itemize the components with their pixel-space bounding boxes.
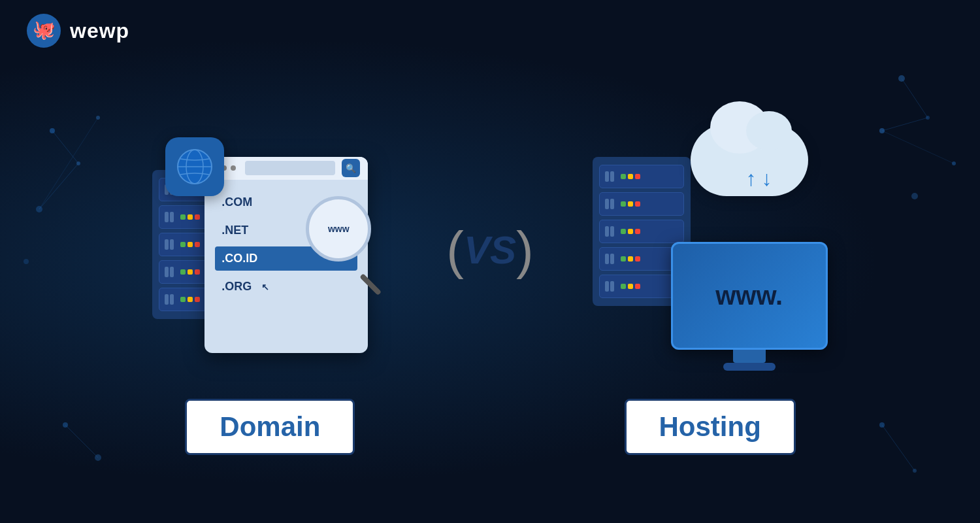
browser-search-bar [245,161,335,175]
monitor-screen: www. [671,242,828,350]
header: 🐙 weWP [0,0,980,62]
monitor-stand [733,350,766,363]
page-content: 🐙 weWP [0,0,980,523]
domain-label: Domain [220,411,320,443]
globe-icon [175,147,214,186]
logo-icon: 🐙 [26,13,62,49]
svg-text:🐙: 🐙 [33,19,56,41]
main-content: 🔍 .COM .NET .CO.ID .ORG ↖ [0,62,980,523]
upload-arrow-icon: ↑ [746,167,757,191]
vs-text: VS [464,231,516,270]
domain-illustration: 🔍 .COM .NET .CO.ID .ORG ↖ [146,118,394,379]
hosting-panel: ↑ ↓ [586,118,834,455]
browser-bar: 🔍 [204,157,368,180]
monitor-base [723,363,776,371]
monitor: www. [671,242,828,373]
download-arrow-icon: ↓ [762,167,772,191]
www-text-magnifier: www [328,224,350,234]
hosting-server-unit-3 [599,220,684,243]
logo-text: weWP [70,19,129,43]
magnifier-lens: www [306,196,371,262]
vs-left-paren: ( [446,224,464,277]
vs-inner: VS [464,231,516,270]
magnifier-group: www [306,196,391,281]
hosting-label: Hosting [659,411,761,443]
monitor-www-text: www. [715,281,783,311]
hosting-server-unit-1 [599,165,684,188]
vs-wrapper: ( VS ) [446,224,533,277]
browser-dot-3 [231,165,236,171]
magnifier: www [306,196,391,281]
hosting-server-unit-2 [599,192,684,216]
vs-right-paren: ) [516,224,534,277]
search-button-icon: 🔍 [342,159,360,177]
vs-section: ( VS ) [446,224,533,296]
upload-download-arrows: ↑ ↓ [746,167,772,191]
hosting-illustration: ↑ ↓ [586,118,834,379]
hosting-label-badge: Hosting [625,399,796,455]
globe-badge [165,137,224,196]
domain-panel: 🔍 .COM .NET .CO.ID .ORG ↖ [146,118,394,455]
domain-label-badge: Domain [185,399,355,455]
